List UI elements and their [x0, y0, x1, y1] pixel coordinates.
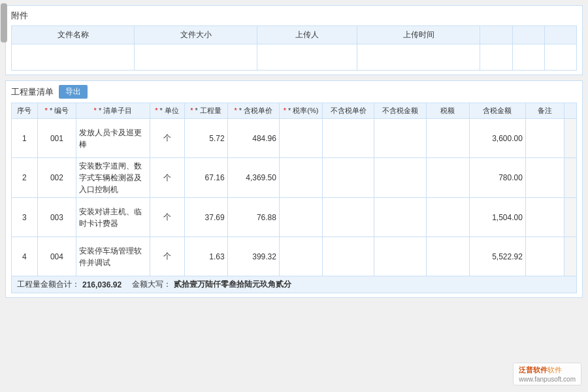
col-header-qty: * * 工程量: [184, 103, 227, 119]
total-label: 工程量金额合计：: [17, 279, 80, 290]
watermark-brand: 泛普软件: [519, 366, 547, 374]
col-header-taxprice: * * 含税单价: [227, 103, 279, 119]
scrollbar-header: [564, 103, 577, 119]
attach-col-uploadtime: 上传时间: [357, 26, 480, 44]
attach-col-filename: 文件名称: [12, 26, 135, 44]
col-header-seq: 序号: [12, 103, 38, 119]
big-amount-value: 贰拾壹万陆仟零叁拾陆元玖角贰分: [174, 279, 291, 290]
footer-total: 工程量金额合计： 216,036.92: [17, 279, 122, 290]
watermark: 泛普软件软件 www.fanpusoft.com: [513, 363, 581, 385]
attach-empty-row: [12, 44, 577, 71]
engineering-title: 工程量清单: [11, 86, 54, 98]
attach-col-filesize: 文件大小: [135, 26, 257, 44]
attach-col-extra1: [480, 26, 512, 44]
engineering-section: 工程量清单 导出 序号 * * 编: [5, 80, 583, 298]
col-header-subitem: * * 清单子目: [76, 103, 150, 119]
table-row: 3003安装对讲主机、临时卡计费器个37.6976.881,504.00: [12, 198, 577, 237]
watermark-url: www.fanpusoft.com: [519, 376, 576, 383]
col-header-unit: * * 单位: [150, 103, 184, 119]
col-header-notaxamt: 不含税金额: [374, 103, 426, 119]
attach-col-extra3: [544, 26, 576, 44]
footer-big-amount: 金额大写： 贰拾壹万陆仟零叁拾陆元玖角贰分: [132, 279, 291, 290]
attachment-table: 文件名称 文件大小 上传人 上传时间: [11, 25, 577, 71]
table-row: 1001发放人员卡及巡更棒个5.72484.963,600.00: [12, 119, 577, 158]
total-value: 216,036.92: [82, 280, 122, 289]
engineering-table: 序号 * * 编号 * * 清单子目 * * 单位 * * 工程量 * * 含税…: [11, 103, 577, 276]
col-header-code: * * 编号: [37, 103, 76, 119]
attach-col-uploader: 上传人: [257, 26, 357, 44]
col-header-remark: 备注: [525, 103, 564, 119]
col-header-notaxprice: 不含税单价: [323, 103, 374, 119]
attach-col-extra2: [512, 26, 544, 44]
col-header-taxamt: 含税金额: [469, 103, 525, 119]
export-button[interactable]: 导出: [59, 85, 88, 99]
col-header-tax: 税额: [426, 103, 469, 119]
col-header-taxrate: * * 税率(%): [279, 103, 322, 119]
big-amount-label: 金额大写：: [132, 279, 171, 290]
table-row: 4004安装停车场管理软件并调试个1.63399.325,522.92: [12, 237, 577, 276]
table-row: 2002安装数字道闸、数字式车辆检测器及入口控制机个67.164,369.507…: [12, 158, 577, 198]
engineering-header: 工程量清单 导出: [11, 85, 577, 99]
attachment-title: 附件: [11, 10, 577, 22]
engineering-footer: 工程量金额合计： 216,036.92 金额大写： 贰拾壹万陆仟零叁拾陆元玖角贰…: [11, 276, 577, 293]
attachment-section: 附件 文件名称 文件大小 上传人 上传时间: [5, 5, 583, 75]
